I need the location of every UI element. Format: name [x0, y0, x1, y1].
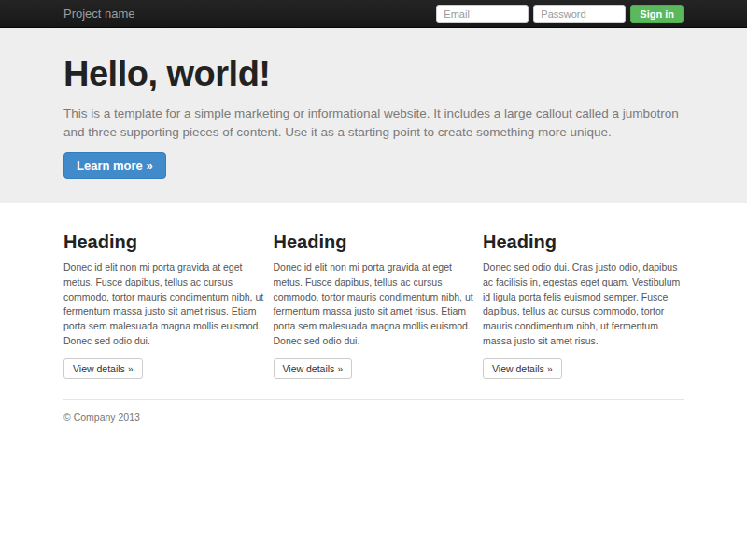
brand-link[interactable]: Project name [63, 7, 135, 21]
jumbotron-description: This is a template for a simple marketin… [63, 105, 684, 141]
view-details-button-3[interactable]: View details » [483, 358, 562, 379]
copyright-text: © Company 2013 [63, 412, 684, 423]
view-details-button-2[interactable]: View details » [274, 358, 353, 379]
content-columns: Heading Donec id elit non mi porta gravi… [63, 231, 684, 379]
signin-form: Sign in [436, 5, 684, 23]
view-details-button-1[interactable]: View details » [63, 358, 143, 379]
column-text: Donec id elit non mi porta gravida at eg… [274, 260, 474, 349]
content-column-1: Heading Donec id elit non mi porta gravi… [63, 231, 264, 379]
column-heading: Heading [63, 231, 264, 253]
column-text: Donec id elit non mi porta gravida at eg… [63, 260, 264, 349]
content-column-3: Heading Donec sed odio dui. Cras justo o… [483, 231, 684, 379]
column-heading: Heading [274, 231, 474, 253]
column-text: Donec sed odio dui. Cras justo odio, dap… [483, 260, 684, 349]
sign-in-button[interactable]: Sign in [630, 5, 684, 23]
footer: © Company 2013 [63, 399, 684, 423]
content-column-2: Heading Donec id elit non mi porta gravi… [274, 231, 474, 379]
navbar: Project name Sign in [0, 0, 747, 28]
footer-divider [63, 399, 684, 400]
learn-more-button[interactable]: Learn more » [63, 152, 166, 179]
email-field[interactable] [436, 5, 529, 23]
password-field[interactable] [533, 5, 626, 23]
page-title: Hello, world! [63, 54, 684, 94]
column-heading: Heading [483, 231, 684, 253]
jumbotron: Hello, world! This is a template for a s… [0, 28, 747, 203]
